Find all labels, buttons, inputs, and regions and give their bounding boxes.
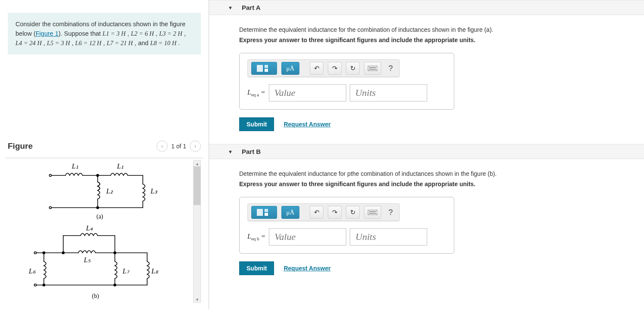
mu-a-label: μÅ bbox=[287, 209, 295, 216]
undo-button[interactable]: ↶ bbox=[310, 206, 324, 219]
keyboard-icon bbox=[368, 210, 377, 215]
label-L3: L₃ bbox=[150, 187, 157, 195]
svg-point-34 bbox=[114, 284, 116, 286]
template-button[interactable] bbox=[251, 62, 277, 75]
submit-button-a[interactable]: Submit bbox=[239, 117, 274, 131]
prompt-text-2: ). Suppose that bbox=[59, 30, 102, 37]
collapse-icon: ▼ bbox=[228, 149, 233, 154]
part-a-header[interactable]: ▼ Part A bbox=[209, 0, 644, 15]
part-a-instruction-2: Express your answer to three significant… bbox=[239, 37, 625, 43]
problem-prompt: Consider the combinations of inductances… bbox=[8, 13, 201, 55]
leq-b-label: Leq b = bbox=[247, 233, 265, 241]
svg-point-17 bbox=[34, 252, 37, 254]
figure-count: 1 of 1 bbox=[171, 143, 186, 150]
reset-button[interactable]: ↻ bbox=[346, 62, 360, 75]
part-b-answer-box: μÅ ↶ ↷ ↻ ? Leq b = bbox=[239, 197, 454, 254]
part-b-header[interactable]: ▼ Part B bbox=[209, 144, 644, 159]
label-L6: L₆ bbox=[28, 267, 36, 275]
reset-button[interactable]: ↻ bbox=[346, 206, 360, 219]
L3-value: L3 = 2 H bbox=[159, 30, 182, 37]
label-L2: L₂ bbox=[106, 187, 113, 195]
label-L8: L₈ bbox=[151, 267, 159, 275]
svg-rect-36 bbox=[265, 65, 268, 68]
mu-a-label: μÅ bbox=[287, 65, 295, 72]
label-L5: L₅ bbox=[83, 256, 91, 264]
redo-button[interactable]: ↷ bbox=[328, 206, 342, 219]
submit-button-b[interactable]: Submit bbox=[239, 261, 274, 275]
template-button[interactable] bbox=[251, 206, 277, 219]
svg-rect-41 bbox=[257, 209, 263, 216]
value-input-a[interactable] bbox=[269, 84, 346, 101]
circuit-diagram: L₁ L₁ L₂ L₃ (a) bbox=[5, 158, 194, 304]
label-L1a: L₁ bbox=[71, 163, 78, 170]
figure-panel: L₁ L₁ L₂ L₃ (a) bbox=[5, 158, 203, 304]
svg-rect-42 bbox=[265, 209, 268, 212]
help-icon: ? bbox=[388, 64, 393, 73]
svg-rect-43 bbox=[265, 213, 268, 216]
svg-point-26 bbox=[43, 252, 45, 254]
figure-title: Figure bbox=[8, 141, 33, 151]
keyboard-button[interactable] bbox=[364, 206, 381, 219]
label-b: (b) bbox=[92, 293, 99, 300]
svg-rect-35 bbox=[257, 65, 263, 72]
keyboard-button[interactable] bbox=[364, 62, 381, 75]
units-button[interactable]: μÅ bbox=[281, 206, 299, 219]
units-input-a[interactable] bbox=[350, 84, 427, 101]
collapse-icon: ▼ bbox=[228, 5, 233, 10]
redo-button[interactable]: ↷ bbox=[328, 62, 342, 75]
scroll-up-icon[interactable]: ▴ bbox=[194, 160, 200, 166]
scroll-down-icon[interactable]: ▾ bbox=[194, 296, 200, 302]
part-a-answer-box: μÅ ↶ ↷ ↻ ? Leq a = bbox=[239, 53, 454, 110]
part-b-instruction: Determine the equivalent inductance for … bbox=[239, 170, 625, 177]
units-button[interactable]: μÅ bbox=[281, 62, 299, 75]
part-b-title: Part B bbox=[242, 148, 261, 155]
request-answer-link-a[interactable]: Request Answer bbox=[283, 121, 330, 128]
units-input-b[interactable] bbox=[350, 228, 427, 245]
svg-point-11 bbox=[49, 207, 52, 209]
leq-a-label: Leq a = bbox=[247, 89, 265, 97]
value-input-b[interactable] bbox=[269, 228, 346, 245]
label-L4: L₄ bbox=[86, 224, 93, 232]
label-a: (a) bbox=[96, 213, 103, 220]
svg-point-0 bbox=[49, 175, 52, 177]
svg-rect-44 bbox=[368, 210, 377, 215]
undo-button[interactable]: ↶ bbox=[310, 62, 324, 75]
svg-point-33 bbox=[43, 284, 45, 286]
request-answer-link-b[interactable]: Request Answer bbox=[283, 265, 330, 272]
label-L7: L₇ bbox=[122, 267, 130, 275]
L7-value: L7 = 21 H bbox=[107, 40, 133, 46]
part-a-instruction: Determine the equivalent inductance for … bbox=[239, 26, 625, 33]
figure-prev-button[interactable]: ‹ bbox=[157, 141, 168, 152]
svg-rect-38 bbox=[368, 66, 377, 71]
part-b-toolbar: μÅ ↶ ↷ ↻ ? bbox=[247, 203, 400, 221]
scroll-thumb[interactable] bbox=[194, 166, 200, 205]
part-b-instruction-2: Express your answer to three significant… bbox=[239, 181, 625, 187]
help-button[interactable]: ? bbox=[385, 63, 396, 74]
svg-point-31 bbox=[34, 284, 37, 286]
L8-value: L8 = 10 H bbox=[150, 40, 176, 46]
help-icon: ? bbox=[388, 208, 393, 217]
template-icon bbox=[256, 208, 272, 217]
part-a-toolbar: μÅ ↶ ↷ ↻ ? bbox=[247, 59, 400, 77]
part-a-title: Part A bbox=[242, 4, 261, 11]
figure-scrollbar[interactable]: ▴ ▾ bbox=[193, 160, 201, 303]
L6-value: L6 = 12 H bbox=[75, 40, 102, 46]
L5-value: L5 = 3 H bbox=[47, 40, 70, 46]
template-icon bbox=[256, 64, 272, 73]
L1-value: L1 = 3 H bbox=[102, 30, 126, 37]
label-L1b: L₁ bbox=[117, 163, 123, 170]
keyboard-icon bbox=[368, 66, 377, 71]
L4-value: L4 = 24 H bbox=[15, 40, 42, 46]
svg-rect-37 bbox=[265, 69, 268, 72]
L2-value: L2 = 6 H bbox=[131, 30, 154, 37]
figure-link[interactable]: Figure 1 bbox=[36, 30, 59, 37]
help-button[interactable]: ? bbox=[385, 207, 396, 218]
figure-next-button[interactable]: › bbox=[190, 141, 201, 152]
